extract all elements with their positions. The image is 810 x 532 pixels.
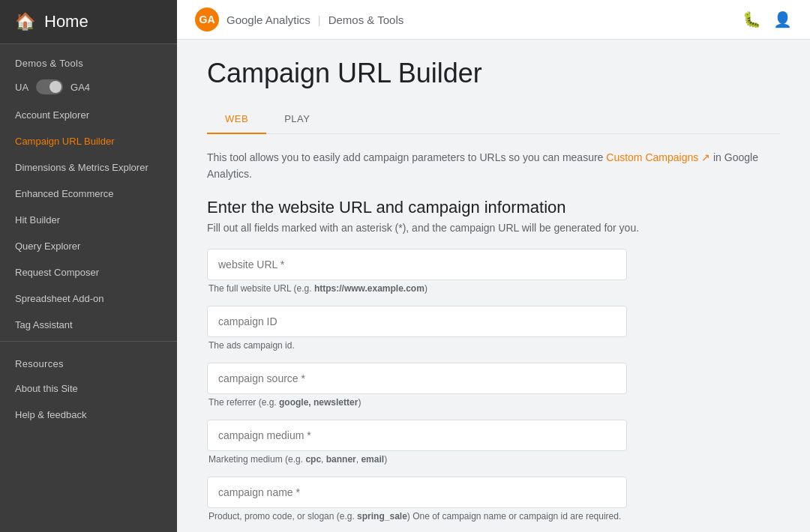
ga-logo-text: Google Analytics | Demos & Tools — [226, 13, 404, 26]
ga-logo-icon: GA — [195, 7, 219, 31]
header-logo: GA Google Analytics | Demos & Tools — [195, 7, 404, 31]
field-group-campaign-source: The referrer (e.g. google, newsletter) — [207, 363, 780, 408]
sidebar-item-account-explorer[interactable]: Account Explorer — [0, 102, 177, 128]
custom-campaigns-link[interactable]: Custom Campaigns ↗ — [606, 151, 710, 163]
demos-tools-section-title: Demos & Tools — [0, 44, 177, 75]
bug-icon[interactable]: 🐛 — [742, 10, 761, 28]
home-label: Home — [44, 12, 88, 31]
input-campaign-name[interactable] — [207, 477, 627, 508]
hint-campaign-medium: Marketing medium (e.g. cpc, banner, emai… — [207, 454, 780, 465]
sidebar-item-query-explorer[interactable]: Query Explorer — [0, 233, 177, 259]
logo-divider: | — [318, 13, 321, 26]
user-icon[interactable]: 👤 — [773, 10, 792, 28]
input-campaign-source[interactable] — [207, 363, 627, 394]
sidebar-item-spreadsheet-add-on[interactable]: Spreadsheet Add-on — [0, 285, 177, 312]
input-campaign-medium[interactable] — [207, 420, 627, 451]
description-start: This tool allows you to easily add campa… — [207, 151, 606, 163]
sidebar-item-dimensions-metrics-explorer[interactable]: Dimensions & Metrics Explorer — [0, 154, 177, 181]
resource-items-list: About this SiteHelp & feedback — [0, 375, 177, 428]
description: This tool allows you to easily add campa… — [207, 149, 780, 183]
logo-google: Google Analytics — [226, 13, 310, 26]
nav-items-list: Account ExplorerCampaign URL BuilderDime… — [0, 102, 177, 338]
tab-play[interactable]: PLAY — [266, 104, 328, 133]
ua-ga4-toggle-switch[interactable] — [36, 79, 63, 94]
hint-campaign-id: The ads campaign id. — [207, 340, 780, 351]
input-website-url[interactable] — [207, 249, 627, 280]
hint-website-url: The full website URL (e.g. https://www.e… — [207, 283, 780, 294]
sidebar: 🏠 Home Demos & Tools UA GA4 Account Expl… — [0, 0, 177, 532]
tab-web[interactable]: WEB — [207, 104, 266, 133]
resources-section-title: Resources — [0, 345, 177, 375]
sidebar-item-request-composer[interactable]: Request Composer — [0, 259, 177, 285]
field-group-campaign-name: Product, promo code, or slogan (e.g. spr… — [207, 477, 780, 522]
home-icon: 🏠 — [15, 12, 35, 31]
field-group-campaign-medium: Marketing medium (e.g. cpc, banner, emai… — [207, 420, 780, 465]
ua-label: UA — [15, 82, 28, 93]
input-campaign-id[interactable] — [207, 306, 627, 337]
main-content: GA Google Analytics | Demos & Tools 🐛 👤 … — [177, 0, 810, 532]
header-icons: 🐛 👤 — [742, 10, 792, 28]
tabs: WEB PLAY — [207, 104, 780, 134]
form-fields: The full website URL (e.g. https://www.e… — [207, 249, 780, 522]
home-nav[interactable]: 🏠 Home — [0, 0, 177, 44]
form-heading: Enter the website URL and campaign infor… — [207, 198, 780, 217]
sidebar-item-tag-assistant[interactable]: Tag Assistant — [0, 312, 177, 338]
sidebar-item-enhanced-ecommerce[interactable]: Enhanced Ecommerce — [0, 181, 177, 207]
sidebar-item-about-this-site[interactable]: About this Site — [0, 375, 177, 402]
sidebar-item-help-feedback[interactable]: Help & feedback — [0, 402, 177, 428]
field-group-campaign-id: The ads campaign id. — [207, 306, 780, 351]
page-title: Campaign URL Builder — [207, 58, 780, 89]
hint-campaign-name: Product, promo code, or slogan (e.g. spr… — [207, 511, 780, 522]
page-content: Campaign URL Builder WEB PLAY This tool … — [177, 40, 810, 532]
logo-demos: Demos & Tools — [328, 13, 404, 26]
hint-campaign-source: The referrer (e.g. google, newsletter) — [207, 397, 780, 408]
sidebar-item-hit-builder[interactable]: Hit Builder — [0, 207, 177, 233]
ga4-label: GA4 — [70, 82, 90, 93]
sidebar-item-campaign-url-builder[interactable]: Campaign URL Builder — [0, 128, 177, 154]
field-group-website-url: The full website URL (e.g. https://www.e… — [207, 249, 780, 294]
header: GA Google Analytics | Demos & Tools 🐛 👤 — [177, 0, 810, 40]
sidebar-divider — [0, 341, 177, 342]
form-subtext: Fill out all fields marked with an aster… — [207, 222, 780, 234]
toggle-knob — [50, 81, 62, 93]
ua-ga4-toggle-row: UA GA4 — [0, 75, 177, 102]
